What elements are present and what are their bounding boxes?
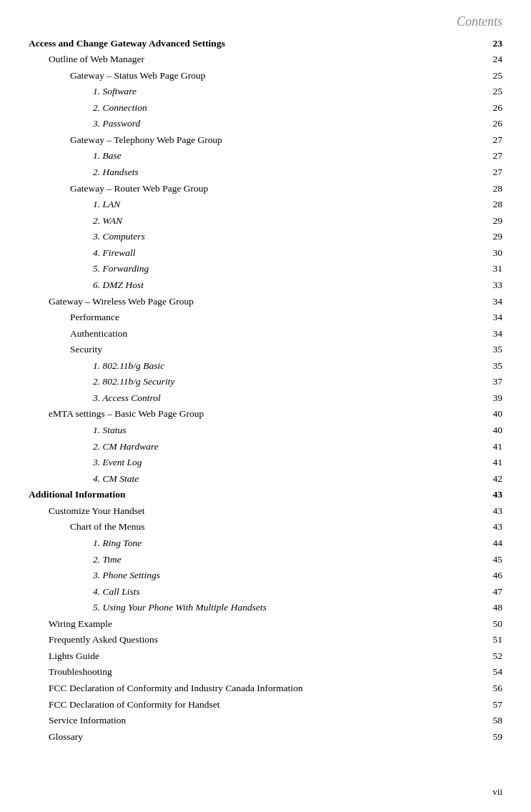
toc-entry-page: 50 xyxy=(455,615,502,632)
toc-entry-page: 25 xyxy=(455,84,502,100)
toc-table: Access and Change Gateway Advanced Setti… xyxy=(29,35,502,745)
toc-entry-page: 27 xyxy=(455,148,502,164)
toc-entry-text: 3. Event Log xyxy=(29,455,455,471)
toc-entry-page: 35 xyxy=(455,342,502,358)
toc-entry-text: eMTA settings – Basic Web Page Group xyxy=(29,406,455,422)
toc-entry-text: 1. Base xyxy=(29,148,455,164)
toc-entry-text: 1. 802.11b/g Basic xyxy=(29,357,455,374)
toc-entry-text: Outline of Web Manager xyxy=(29,51,455,68)
toc-entry-text: Gateway – Telephony Web Page Group xyxy=(29,132,455,148)
toc-entry-text: 4. Call Lists xyxy=(29,583,455,600)
toc-entry-text: 4. CM State xyxy=(29,470,455,487)
toc-entry-page: 43 xyxy=(455,502,502,519)
toc-entry-page: 25 xyxy=(455,67,502,84)
toc-row: 1. LAN28 xyxy=(29,197,502,213)
toc-row: FCC Declaration of Conformity for Handse… xyxy=(29,696,502,713)
toc-row: 6. DMZ Host33 xyxy=(29,277,502,293)
toc-row: 2. 802.11b/g Security37 xyxy=(29,374,502,390)
toc-entry-page: 42 xyxy=(455,470,502,487)
toc-entry-text: Gateway – Status Web Page Group xyxy=(29,67,455,84)
page-footer: vii xyxy=(492,786,502,798)
toc-entry-text: Service Information xyxy=(29,713,455,729)
toc-entry-page: 43 xyxy=(455,519,502,535)
toc-entry-text: 5. Using Your Phone With Multiple Handse… xyxy=(29,600,455,616)
toc-entry-text: Wiring Example xyxy=(29,615,455,632)
toc-entry-page: 56 xyxy=(455,680,502,697)
toc-entry-page: 28 xyxy=(455,197,502,213)
toc-entry-text: 1. LAN xyxy=(29,197,455,213)
toc-entry-text: 6. DMZ Host xyxy=(29,277,455,293)
toc-entry-text: Troubleshooting xyxy=(29,664,455,680)
toc-entry-text: 1. Ring Tone xyxy=(29,535,455,551)
toc-entry-page: 54 xyxy=(455,664,502,680)
toc-entry-text: Customize Your Handset xyxy=(29,502,455,519)
toc-row: Authentication34 xyxy=(29,325,502,342)
toc-entry-text: 2. Handsets xyxy=(29,164,455,181)
toc-row: 3. Phone Settings46 xyxy=(29,568,502,584)
toc-row: Lights Guide52 xyxy=(29,648,502,664)
toc-row: 2. Connection26 xyxy=(29,99,502,116)
toc-row: Security35 xyxy=(29,342,502,358)
toc-entry-page: 27 xyxy=(455,132,502,148)
toc-entry-page: 58 xyxy=(455,713,502,729)
toc-entry-page: 33 xyxy=(455,277,502,293)
toc-entry-page: 40 xyxy=(455,406,502,422)
toc-entry-text: Authentication xyxy=(29,325,455,342)
toc-entry-text: Performance xyxy=(29,310,455,326)
toc-entry-page: 28 xyxy=(455,180,502,197)
toc-entry-page: 26 xyxy=(455,99,502,116)
toc-entry-text: 2. Time xyxy=(29,551,455,568)
header-title: Contents xyxy=(457,14,502,29)
toc-entry-page: 35 xyxy=(455,357,502,374)
toc-row: 4. Call Lists47 xyxy=(29,583,502,600)
toc-row: 2. CM Hardware41 xyxy=(29,438,502,455)
toc-entry-page: 51 xyxy=(455,632,502,648)
toc-row: Troubleshooting54 xyxy=(29,664,502,680)
toc-entry-page: 37 xyxy=(455,374,502,390)
toc-entry-page: 34 xyxy=(455,325,502,342)
toc-entry-text: Lights Guide xyxy=(29,648,455,664)
toc-entry-text: FCC Declaration of Conformity and Indust… xyxy=(29,680,455,697)
toc-row: 1. 802.11b/g Basic35 xyxy=(29,357,502,374)
toc-entry-text: 2. 802.11b/g Security xyxy=(29,374,455,390)
toc-entry-text: 3. Computers xyxy=(29,229,455,245)
toc-entry-text: Gateway – Router Web Page Group xyxy=(29,180,455,197)
toc-entry-text: 3. Access Control xyxy=(29,390,455,406)
toc-row: Outline of Web Manager24 xyxy=(29,51,502,68)
toc-row: Wiring Example50 xyxy=(29,615,502,632)
toc-entry-text: Chart of the Menus xyxy=(29,519,455,535)
toc-entry-page: 29 xyxy=(455,229,502,245)
toc-entry-page: 27 xyxy=(455,164,502,181)
toc-row: 3. Event Log41 xyxy=(29,455,502,471)
toc-entry-text: 2. WAN xyxy=(29,212,455,229)
toc-entry-text: 1. Software xyxy=(29,84,455,100)
toc-row: Customize Your Handset43 xyxy=(29,502,502,519)
toc-row: Glossary59 xyxy=(29,728,502,745)
toc-row: Gateway – Router Web Page Group28 xyxy=(29,180,502,197)
toc-entry-text: Gateway – Wireless Web Page Group xyxy=(29,293,455,310)
footer-page-number: vii xyxy=(492,786,502,797)
toc-row: 4. Firewall30 xyxy=(29,244,502,261)
toc-row: 4. CM State42 xyxy=(29,470,502,487)
toc-entry-text: Security xyxy=(29,342,455,358)
toc-entry-text: 5. Forwarding xyxy=(29,261,455,277)
toc-entry-page: 43 xyxy=(455,487,502,503)
toc-entry-text: Access and Change Gateway Advanced Setti… xyxy=(29,35,455,51)
toc-entry-text: 2. Connection xyxy=(29,99,455,116)
toc-entry-page: 57 xyxy=(455,696,502,713)
toc-row: 5. Forwarding31 xyxy=(29,261,502,277)
toc-entry-page: 40 xyxy=(455,422,502,439)
toc-entry-page: 29 xyxy=(455,212,502,229)
toc-row: Gateway – Status Web Page Group25 xyxy=(29,67,502,84)
toc-entry-page: 31 xyxy=(455,261,502,277)
toc-entry-page: 34 xyxy=(455,293,502,310)
toc-entry-page: 24 xyxy=(455,51,502,68)
toc-row: 2. Handsets27 xyxy=(29,164,502,181)
toc-entry-text: 3. Phone Settings xyxy=(29,568,455,584)
toc-entry-text: Glossary xyxy=(29,728,455,745)
toc-entry-page: 45 xyxy=(455,551,502,568)
toc-row: Service Information58 xyxy=(29,713,502,729)
toc-entry-text: Frequently Asked Questions xyxy=(29,632,455,648)
toc-row: 2. WAN29 xyxy=(29,212,502,229)
toc-row: Chart of the Menus43 xyxy=(29,519,502,535)
